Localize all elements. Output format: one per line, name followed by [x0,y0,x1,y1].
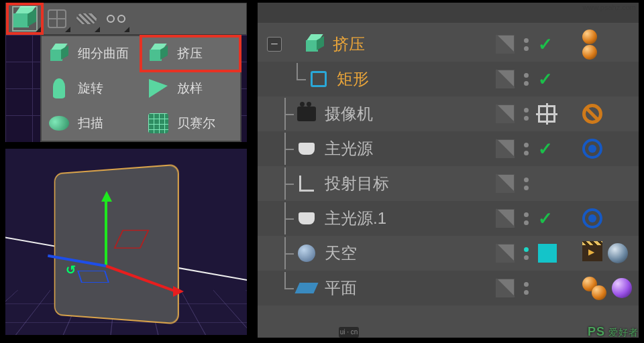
object-label: 投射目标 [325,173,389,194]
object-row-mainlight[interactable]: 主光源 ✓ [258,131,639,166]
light-icon [295,137,318,160]
enable-check-icon[interactable]: ✓ [538,139,553,159]
layer-flag[interactable] [496,279,515,297]
wedge-icon [149,79,168,98]
object-label: 挤压 [333,33,365,55]
layer-flag[interactable] [496,35,515,54]
material-tag-purple[interactable] [612,278,632,298]
tree-branch-icon [278,98,294,130]
enable-check-icon[interactable]: ✓ [538,208,553,229]
extrude-icon [148,44,168,64]
visibility-dots[interactable] [524,282,529,295]
menu-item-subdivision[interactable]: 细分曲面 [42,36,141,71]
layer-flag[interactable] [496,139,515,158]
tree-branch-icon [278,202,294,234]
layer-flag[interactable] [496,105,515,123]
sky-material-icon[interactable] [608,243,628,263]
cube-icon [12,6,38,31]
arrow-x-icon [173,286,184,297]
tree-branch-icon [278,133,294,165]
arrow-y-icon [101,191,112,202]
menu-item-bezier[interactable]: 贝赛尔 [141,106,240,141]
menu-item-loft[interactable]: 放样 [141,71,240,106]
layer-flag[interactable] [496,209,515,228]
vase-icon [53,78,65,98]
object-label: 天空 [325,243,357,264]
render-flag[interactable] [538,244,557,263]
main-toolbar [5,3,247,35]
deformer-button[interactable] [42,4,72,33]
menu-label: 贝赛尔 [177,115,215,132]
move-gizmo[interactable]: ↺ [106,266,107,267]
target-tag-icon[interactable] [582,208,602,228]
sky-icon [295,242,318,265]
environment-button[interactable] [72,4,101,33]
tree-branch-icon [290,63,306,95]
object-row-rectangle[interactable]: 矩形 ✓ [258,62,639,96]
visibility-dots[interactable] [524,178,529,190]
layer-flag[interactable] [496,244,515,263]
material-tags[interactable] [582,29,597,60]
visibility-dots[interactable] [524,108,529,121]
object-label: 矩形 [337,68,369,90]
generators-popup: 细分曲面 挤压 旋转 放样 扫描 贝赛尔 [40,35,241,142]
watermark-url: www.psahz.com [583,3,636,11]
perspective-viewport[interactable]: ↺ [5,149,247,335]
compositing-tag-icon[interactable] [582,245,602,261]
binocular-icon [107,15,125,23]
object-label: 主光源 [325,138,373,159]
material-tags[interactable] [582,277,606,300]
axis-y[interactable] [105,199,107,266]
dropdown-corner-icon [36,27,41,32]
menu-item-extrude[interactable]: 挤压 [141,36,240,71]
cage-icon [48,9,66,28]
plane-handle-xy[interactable] [77,271,109,283]
visibility-dots[interactable] [524,212,529,225]
target-tag-icon[interactable] [582,139,602,159]
cube-generator-button[interactable] [7,4,42,33]
layer-flag[interactable] [496,174,515,193]
object-row-extrude[interactable]: – 挤压 ✓ [258,27,639,62]
visibility-dots[interactable] [524,247,529,260]
layer-flag[interactable] [496,70,515,88]
tree-branch-icon [278,237,294,269]
expand-toggle[interactable]: – [267,37,282,52]
menu-label: 挤压 [177,45,203,62]
menu-label: 放样 [177,80,203,97]
object-row-mainlight-1[interactable]: 主光源.1 ✓ [258,201,639,236]
menu-label: 旋转 [78,80,103,97]
object-manager: – 挤压 ✓ 矩形 ✓ 摄像机 [258,3,639,338]
plane-icon [295,277,318,299]
tree-branch-icon [278,272,294,304]
menu-label: 扫描 [78,115,103,132]
cube-icon [49,44,69,64]
light-icon [295,207,318,230]
visibility-dots[interactable] [524,73,529,86]
visibility-dots[interactable] [524,143,529,155]
null-target-icon [295,172,318,195]
visibility-dots[interactable] [524,38,529,51]
object-row-target[interactable]: 投射目标 [258,166,639,201]
object-row-sky[interactable]: 天空 [258,236,639,271]
orbit-arrow-icon: ↺ [66,263,76,277]
forbid-tag-icon[interactable] [582,104,602,124]
object-row-plane[interactable]: 平面 [258,271,639,305]
dropdown-corner-icon [124,27,129,32]
object-label: 摄像机 [325,103,373,125]
rectangle-icon [307,68,330,90]
enable-check-icon[interactable]: ✓ [538,34,553,55]
tree-branch-icon [278,167,294,200]
view-target-icon[interactable] [538,105,555,123]
camera-icon [295,102,318,125]
watermark-small: 爱好者 [608,327,639,338]
menu-item-sweep[interactable]: 扫描 [42,106,141,141]
ui-cn-badge: ui · cn [339,327,359,338]
enable-check-icon[interactable]: ✓ [538,69,553,90]
menu-item-lathe[interactable]: 旋转 [42,71,141,106]
object-label: 平面 [325,277,357,299]
watermark-brand: PS 爱好者 [588,325,639,339]
object-manager-header [258,3,639,23]
object-row-camera[interactable]: 摄像机 [258,96,639,131]
camera-button[interactable] [101,4,131,33]
sweep-icon [49,116,69,131]
